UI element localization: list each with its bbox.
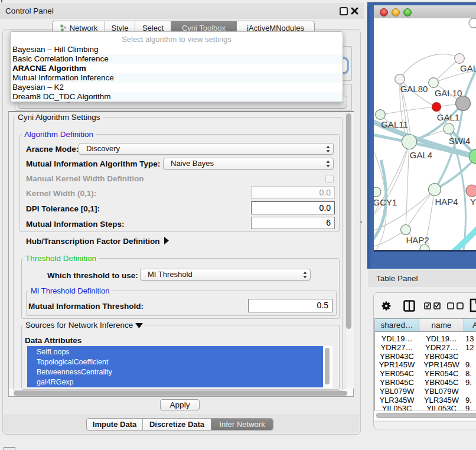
svg-text:GAL7: GAL7 [460,63,476,73]
svg-text:GAL80: GAL80 [400,84,428,94]
svg-text:HAP2: HAP2 [406,235,429,245]
svg-text:YJ: YJ [470,197,476,207]
svg-text:HAP4: HAP4 [435,197,458,207]
svg-text:SWI4: SWI4 [449,136,471,146]
svg-text:GAL11: GAL11 [381,119,408,129]
svg-text:GAL1: GAL1 [437,112,459,122]
svg-text:GAL10: GAL10 [435,88,462,98]
svg-text:GAL4: GAL4 [410,150,432,160]
svg-text:GCY1: GCY1 [374,197,397,207]
